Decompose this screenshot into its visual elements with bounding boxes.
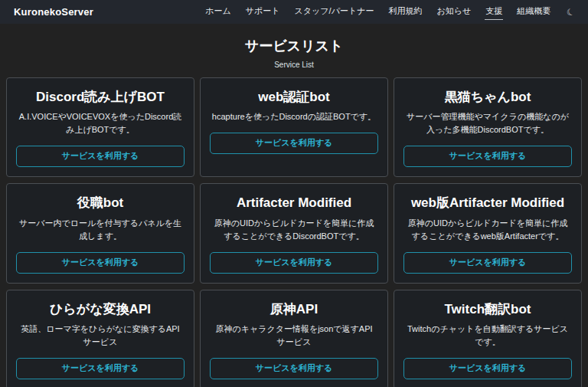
nav-item-2[interactable]: スタッフ/パートナー <box>294 4 375 20</box>
main-content: サービスリスト Service List Discord読み上げBOT A.I.… <box>0 37 588 387</box>
service-card: Discord読み上げBOT A.I.VOICEやVOICEVOXを使ったDis… <box>6 77 194 177</box>
service-card-title: web版Artifacter Modified <box>403 195 572 211</box>
use-service-button[interactable]: サービスを利用する <box>210 252 378 274</box>
service-card-title: 原神API <box>210 301 378 317</box>
service-card: ひらがな変換API 英語、ローマ字をひらがなに変換するAPIサービス サービスを… <box>6 290 194 387</box>
page-subtitle: Service List <box>0 61 588 69</box>
use-service-button[interactable]: サービスを利用する <box>16 358 185 379</box>
nav-item-0[interactable]: ホーム <box>204 4 232 20</box>
service-card-title: Twitch翻訳bot <box>403 301 572 317</box>
use-service-button[interactable]: サービスを利用する <box>16 146 185 167</box>
service-grid: Discord読み上げBOT A.I.VOICEやVOICEVOXを使ったDis… <box>6 77 582 387</box>
service-card-description: 原神のUIDからビルドカードを簡単に作成することができるDiscordBOTです… <box>211 217 377 243</box>
service-card-title: 黒猫ちゃんbot <box>403 89 572 105</box>
service-card: 役職bot サーバー内でロールを付与するパネルを生成します。 サービスを利用する <box>6 183 194 283</box>
service-card: web版Artifacter Modified 原神のUIDからビルドカードを簡… <box>394 183 582 283</box>
service-card-description: 原神のキャラクター情報をjsonで返すAPIサービス <box>211 323 377 349</box>
service-card-description: 英語、ローマ字をひらがなに変換するAPIサービス <box>18 323 183 349</box>
service-card: Artifacter Modified 原神のUIDからビルドカードを簡単に作成… <box>200 183 388 283</box>
moon-icon[interactable]: ☾ <box>566 6 577 18</box>
service-card-description: サーバー内でロールを付与するパネルを生成します。 <box>18 217 183 243</box>
nav-item-6[interactable]: 組織概要 <box>516 4 551 20</box>
service-card-description: サーバー管理機能やマイクラの機能なのが入った多機能DiscordBOTです。 <box>405 110 570 136</box>
service-card: Twitch翻訳bot Twitchのチャットを自動翻訳するサービスです。 サー… <box>394 290 582 387</box>
nav-item-5[interactable]: 支援 <box>485 4 503 20</box>
service-card-title: Discord読み上げBOT <box>16 89 185 105</box>
navbar: KuronekoServer ホームサポートスタッフ/パートナー利用規約お知らせ… <box>0 0 588 24</box>
service-card-title: Artifacter Modified <box>210 195 378 211</box>
use-service-button[interactable]: サービスを利用する <box>403 146 572 167</box>
nav-item-3[interactable]: 利用規約 <box>387 4 423 20</box>
nav-item-1[interactable]: サポート <box>245 4 281 20</box>
use-service-button[interactable]: サービスを利用する <box>210 358 378 379</box>
service-card-title: 役職bot <box>16 195 185 211</box>
use-service-button[interactable]: サービスを利用する <box>403 252 572 274</box>
service-card-title: web認証bot <box>210 89 378 105</box>
service-card: web認証bot hcaptureを使ったDiscordの認証BOTです。 サー… <box>200 77 388 177</box>
service-card-title: ひらがな変換API <box>16 301 185 317</box>
nav-links: ホームサポートスタッフ/パートナー利用規約お知らせ支援組織概要☾ <box>204 4 575 20</box>
brand-logo[interactable]: KuronekoServer <box>14 6 93 18</box>
service-card-description: hcaptureを使ったDiscordの認証BOTです。 <box>211 110 377 123</box>
service-card: 原神API 原神のキャラクター情報をjsonで返すAPIサービス サービスを利用… <box>200 290 388 387</box>
service-card: 黒猫ちゃんbot サーバー管理機能やマイクラの機能なのが入った多機能Discor… <box>394 77 582 177</box>
nav-item-4[interactable]: お知らせ <box>436 4 472 20</box>
service-card-description: A.I.VOICEやVOICEVOXを使ったDiscord読み上げBOTです。 <box>18 110 183 136</box>
use-service-button[interactable]: サービスを利用する <box>210 133 378 154</box>
page-title: サービスリスト <box>0 37 588 55</box>
use-service-button[interactable]: サービスを利用する <box>403 358 572 379</box>
use-service-button[interactable]: サービスを利用する <box>16 252 185 274</box>
service-card-description: 原神のUIDからビルドカードを簡単に作成することができるweb版Artifact… <box>405 217 570 243</box>
service-card-description: Twitchのチャットを自動翻訳するサービスです。 <box>405 323 570 349</box>
